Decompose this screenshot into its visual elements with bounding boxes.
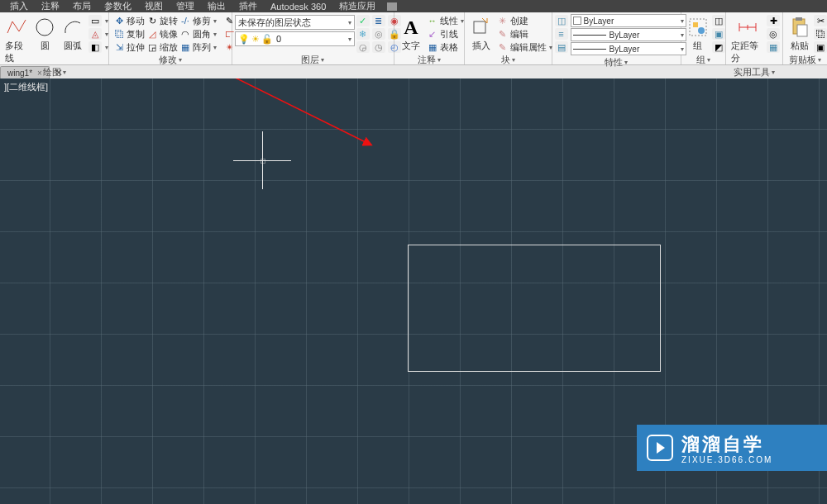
group-label: 组 [693, 40, 702, 52]
layer-off-icon[interactable]: ◎ [372, 28, 385, 40]
group-edit-icon[interactable]: ▣ [712, 28, 725, 40]
block-create-icon[interactable]: ✳ [497, 15, 509, 26]
leader-label: 引线 [440, 28, 458, 40]
ribbon: 多段线 圆 圆弧 ▭▾ ◬▾ ◧▾ 绘图▾ [0, 12, 827, 65]
tool-measure[interactable]: 定距等分 [729, 14, 767, 66]
trim-icon[interactable]: -/· [179, 15, 191, 26]
play-icon [647, 435, 673, 461]
util-2-icon[interactable]: ◎ [767, 28, 780, 40]
visual-style-label[interactable]: ][二维线框] [2, 80, 50, 94]
menu-item-plugins[interactable]: 插件 [232, 0, 264, 12]
svg-rect-11 [797, 25, 807, 36]
panel-utils-title: 实用工具 [734, 66, 770, 78]
tool-rotate-label: 旋转 [160, 15, 178, 27]
watermark-url: ZIXUE.3D66.COM [681, 455, 772, 464]
menu-item-apps[interactable]: 精造应用 [332, 0, 382, 12]
layer-state-select[interactable]: 未保存的图层状态 ▾ [235, 15, 355, 30]
tool-arc-label: 圆弧 [64, 40, 82, 52]
layer-colors-icon[interactable]: ▤ [555, 41, 568, 53]
clip-extra-icon[interactable]: ▣ [814, 41, 827, 53]
lineweight-select[interactable]: ByLayer▾ [571, 28, 686, 41]
layer-freeze-icon[interactable]: ❄ [356, 28, 370, 40]
tool-paste[interactable]: 粘贴 [786, 14, 814, 54]
layer-state-value: 未保存的图层状态 [238, 17, 311, 29]
panel-clipboard-title: 剪贴板 [789, 54, 816, 66]
table-icon[interactable]: ▦ [427, 41, 438, 53]
linear-dim-label: 线性 [440, 15, 458, 27]
rotate-icon[interactable]: ↻ [146, 15, 158, 26]
linetype-select[interactable]: ByLayer▾ [571, 42, 686, 55]
array-icon[interactable]: ▦ [179, 41, 191, 53]
block-edit-icon[interactable]: ✎ [497, 28, 509, 40]
block-attr-icon[interactable]: ✎ [497, 41, 509, 53]
color-select[interactable]: ByLayer▾ [571, 14, 686, 27]
panel-block: 插入 ✳创建 ✎编辑 ✎编辑属性▾ 块▾ [465, 12, 552, 64]
drawing-canvas[interactable]: ][二维线框] 溜溜自学 ZIXUE.3D66.COM [0, 78, 827, 504]
mirror-icon[interactable]: ◿ [146, 28, 158, 40]
measure-icon [736, 16, 759, 39]
menu-item-a360[interactable]: Autodesk 360 [264, 2, 332, 12]
menu-item-view[interactable]: 视图 [138, 0, 170, 12]
tool-circle[interactable]: 圆 [31, 14, 59, 54]
block-edit-label: 编辑 [510, 28, 528, 40]
menu-item-output[interactable]: 输出 [201, 0, 232, 12]
paste-icon [788, 16, 811, 39]
stretch-icon[interactable]: ⇲ [113, 41, 125, 53]
menu-item-annotate[interactable]: 注释 [35, 0, 66, 12]
props-palette-icon[interactable]: ≡ [555, 28, 568, 40]
measure-label: 定距等分 [731, 40, 764, 64]
tool-insert-block[interactable]: 插入 [467, 14, 495, 54]
move-icon[interactable]: ✥ [113, 15, 125, 26]
lineweight-value: ByLayer [609, 31, 640, 40]
tool-scale-label: 缩放 [160, 41, 178, 54]
panel-modify-title: 修改 [159, 54, 177, 66]
group-manager-icon[interactable]: ◩ [712, 41, 725, 53]
panel-layers-title: 图层 [301, 54, 319, 66]
ribbon-toggle-icon[interactable] [387, 2, 397, 11]
insert-block-label: 插入 [472, 40, 490, 52]
layer-match-icon[interactable]: ≣ [372, 15, 385, 26]
circle-icon [33, 16, 56, 39]
copy-clip-icon[interactable]: ⿻ [814, 28, 827, 40]
linear-dim-icon[interactable]: ↔ [427, 15, 438, 26]
scale-icon[interactable]: ◲ [146, 41, 158, 53]
match-props-icon[interactable]: ◫ [555, 15, 568, 26]
tool-circle-label: 圆 [41, 40, 50, 52]
panel-group-title: 组 [696, 54, 705, 66]
bulb-icon: 💡 [238, 34, 250, 45]
panel-clipboard: 粘贴 ✂ ⿻ ▣ 剪贴板▾ [783, 12, 827, 64]
tool-polyline[interactable]: 多段线 [2, 14, 31, 66]
menu-item-layout[interactable]: 布局 [66, 0, 98, 12]
copy-icon[interactable]: ⿻ [113, 28, 125, 40]
menu-item-manage[interactable]: 管理 [170, 0, 201, 12]
polyline-icon [5, 16, 28, 39]
watermark-badge: 溜溜自学 ZIXUE.3D66.COM [637, 425, 827, 471]
tool-group[interactable]: 组 [684, 14, 712, 54]
rect-icon[interactable]: ▭ [88, 15, 102, 26]
layer-make-current-icon[interactable]: ✓ [356, 15, 370, 26]
menu-item-parametric[interactable]: 参数化 [98, 0, 138, 12]
block-attr-label: 编辑属性 [510, 41, 547, 54]
tool-arc[interactable]: 圆弧 [59, 14, 87, 54]
calc-icon[interactable]: ▦ [767, 41, 780, 53]
leader-icon[interactable]: ↙ [427, 28, 438, 40]
arc-icon [61, 16, 84, 39]
block-create-label: 创建 [510, 15, 528, 27]
layer-walk-icon[interactable]: ◷ [372, 41, 385, 53]
layer-prev-icon[interactable]: ◶ [356, 41, 370, 53]
util-1-icon[interactable]: ✚ [767, 15, 780, 26]
panel-props-title: 特性 [605, 56, 623, 69]
color-value: ByLayer [584, 17, 614, 26]
paste-label: 粘贴 [791, 40, 809, 52]
region-icon[interactable]: ◧ [88, 41, 102, 53]
hatch-icon[interactable]: ◬ [88, 28, 102, 40]
menu-item-insert[interactable]: 插入 [3, 0, 35, 12]
layer-current-select[interactable]: 💡 ☀ 🔓 0 ▾ [235, 31, 355, 46]
cut-icon[interactable]: ✂ [814, 15, 827, 26]
ungroup-icon[interactable]: ◫ [712, 15, 725, 26]
rectangle-entity[interactable] [408, 245, 661, 372]
fillet-icon[interactable]: ◠ [179, 28, 191, 40]
sun-icon: ☀ [251, 34, 260, 45]
tool-text[interactable]: A 文字 [397, 14, 425, 54]
panel-props: ◫ ≡ ▤ ByLayer▾ ByLayer▾ ByLayer▾ 特性▾ [552, 12, 681, 64]
